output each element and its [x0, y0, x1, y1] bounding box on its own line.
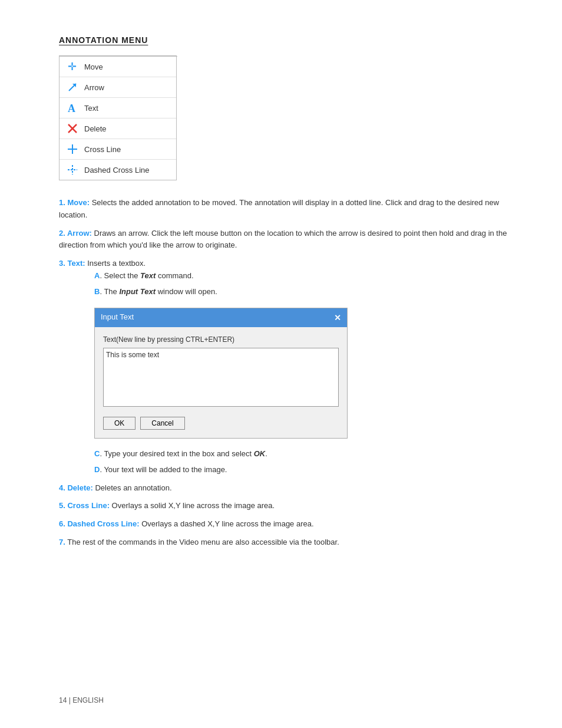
- dialog-titlebar: Input Text ✕: [95, 308, 347, 327]
- menu-item-arrow-label: Arrow: [84, 83, 104, 92]
- dialog-title: Input Text: [101, 311, 134, 324]
- section-crossline: 5. Cross Line: Overlays a solid X,Y line…: [59, 500, 515, 512]
- section-crossline-number: 5.: [59, 501, 67, 510]
- dialog-close-icon[interactable]: ✕: [334, 311, 341, 324]
- dialog-cancel-button[interactable]: Cancel: [140, 417, 184, 430]
- sub-label-c: C: [94, 449, 100, 458]
- move-icon: ✛: [65, 60, 80, 74]
- dialog-textarea[interactable]: [103, 348, 339, 407]
- sub-item-b: B. The Input Text window will open.: [94, 286, 515, 298]
- section-arrow-text: Draws an arrow. Click the left mouse but…: [59, 229, 507, 250]
- menu-item-delete[interactable]: Delete: [59, 118, 176, 139]
- sub-item-a-bold: Text: [140, 271, 156, 280]
- section-delete-number: 4.: [59, 483, 67, 492]
- section-text-body: Inserts a textbox.: [85, 259, 146, 268]
- sub-label-a: A: [94, 271, 100, 280]
- menu-item-crossline[interactable]: Cross Line: [59, 139, 176, 160]
- menu-item-arrow[interactable]: Arrow: [59, 77, 176, 98]
- section-dashedcrossline: 6. Dashed Cross Line: Overlays a dashed …: [59, 518, 515, 531]
- section-crossline-label: Cross Line:: [67, 501, 110, 510]
- section-7-number: 7.: [59, 538, 65, 546]
- sub-item-b-text2: window will open.: [156, 287, 217, 296]
- section-move-text: Selects the added annotation to be moved…: [59, 198, 499, 219]
- section-dashedcrossline-label: Dashed Cross Line:: [67, 519, 139, 528]
- menu-item-move-label: Move: [84, 62, 103, 71]
- sub-label-d: D: [94, 465, 100, 474]
- sub-item-b-bold: Input Text: [119, 287, 156, 296]
- section-dashedcrossline-number: 6.: [59, 519, 67, 528]
- dialog-label: Text(New line by pressing CTRL+ENTER): [103, 334, 339, 345]
- section-text-label: Text:: [67, 259, 85, 268]
- section-move-label: Move:: [67, 198, 90, 207]
- page-title: ANNOTATION MENU: [59, 35, 515, 45]
- section-delete-label: Delete:: [67, 483, 92, 492]
- sub-item-a: A. Select the Text command.: [94, 270, 515, 282]
- sub-item-c-text2: .: [265, 449, 267, 458]
- section-arrow-label: Arrow:: [67, 229, 92, 238]
- section-move-number: 1.: [59, 198, 67, 207]
- section-7-text: The rest of the commands in the Video me…: [65, 538, 339, 546]
- annotation-menu-box: ✛ Move Arrow A Text Delete: [59, 55, 177, 180]
- section-move: 1. Move: Selects the added annotation to…: [59, 197, 515, 222]
- menu-item-text-label: Text: [84, 104, 98, 113]
- section-7: 7. The rest of the commands in the Video…: [59, 536, 515, 549]
- svg-text:A: A: [68, 103, 75, 114]
- menu-item-text[interactable]: A Text: [59, 98, 176, 118]
- dialog-ok-button[interactable]: OK: [103, 417, 135, 430]
- sub-item-c: C. Type your desired text in the box and…: [94, 448, 515, 460]
- section-dashedcrossline-text: Overlays a dashed X,Y line across the im…: [140, 519, 314, 528]
- sub-item-a-text1: . Select the: [100, 271, 140, 280]
- dialog-body: Text(New line by pressing CTRL+ENTER) OK…: [95, 327, 347, 438]
- sub-item-c-text1: . Type your desired text in the box and …: [100, 449, 253, 458]
- menu-item-delete-label: Delete: [84, 124, 107, 133]
- section-arrow: 2. Arrow: Draws an arrow. Click the left…: [59, 228, 515, 252]
- text-icon: A: [65, 101, 80, 115]
- sub-item-c-bold: OK: [254, 449, 266, 458]
- section-crossline-text: Overlays a solid X,Y line across the ima…: [110, 501, 275, 510]
- menu-item-dashedcrossline-label: Dashed Cross Line: [84, 166, 150, 174]
- menu-item-move[interactable]: ✛ Move: [59, 57, 176, 77]
- arrow-icon: [65, 80, 80, 94]
- dashedcrossline-icon: [65, 163, 80, 177]
- sub-item-d: D. Your text will be added to the image.: [94, 464, 515, 476]
- footer: 14 | ENGLISH: [59, 696, 104, 704]
- menu-item-dashedcrossline[interactable]: Dashed Cross Line: [59, 160, 176, 180]
- section-text-number: 3.: [59, 259, 67, 268]
- crossline-icon: [65, 142, 80, 156]
- delete-icon: [65, 121, 80, 136]
- svg-text:✛: ✛: [68, 61, 77, 73]
- sub-item-b-text1: . The: [100, 287, 119, 296]
- section-text: 3. Text: Inserts a textbox. A. Select th…: [59, 258, 515, 476]
- menu-item-crossline-label: Cross Line: [84, 145, 121, 154]
- input-text-dialog: Input Text ✕ Text(New line by pressing C…: [94, 308, 348, 439]
- sub-item-a-text2: command.: [156, 271, 193, 280]
- section-delete-text: Deletes an annotation.: [93, 483, 172, 492]
- sub-label-b: B: [94, 287, 100, 296]
- section-delete: 4. Delete: Deletes an annotation.: [59, 482, 515, 495]
- sub-item-d-text: . Your text will be added to the image.: [100, 465, 227, 474]
- dialog-buttons: OK Cancel: [103, 417, 339, 430]
- section-arrow-number: 2.: [59, 229, 67, 238]
